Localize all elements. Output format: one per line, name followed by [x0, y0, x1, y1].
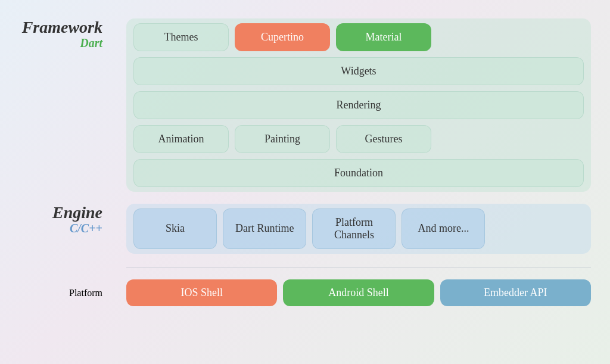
framework-row-2: Widgets — [133, 57, 584, 85]
framework-row-3: Rendering — [133, 91, 584, 119]
framework-section: Framework Dart Themes Cupertino Material… — [19, 13, 591, 198]
platform-title: Platform — [19, 288, 102, 298]
framework-row-5: Foundation — [133, 159, 584, 187]
engine-label: Engine C/C++ — [19, 204, 114, 236]
platform-section: Platform IOS Shell Android Shell Embedde… — [19, 275, 591, 311]
horizontal-divider — [126, 267, 591, 268]
engine-section: Engine C/C++ Skia Dart Runtime Platform … — [19, 198, 591, 260]
framework-title: Framework — [19, 18, 102, 37]
foundation-chip: Foundation — [133, 159, 584, 187]
animation-chip: Animation — [133, 125, 229, 153]
embedder-chip: Embedder API — [440, 279, 591, 306]
and-more-chip: And more... — [402, 209, 485, 249]
ios-chip: IOS Shell — [126, 279, 277, 306]
android-chip: Android Shell — [283, 279, 434, 306]
dart-runtime-chip: Dart Runtime — [223, 209, 306, 249]
platform-content: IOS Shell Android Shell Embedder API — [126, 279, 591, 306]
engine-content: Skia Dart Runtime Platform Channels And … — [126, 204, 591, 254]
gestures-chip: Gestures — [336, 125, 431, 153]
framework-row-1: Themes Cupertino Material — [133, 23, 584, 51]
engine-row: Skia Dart Runtime Platform Channels And … — [133, 209, 584, 249]
framework-subtitle: Dart — [19, 36, 102, 50]
platform-channels-chip: Platform Channels — [312, 209, 396, 249]
painting-chip: Painting — [235, 125, 330, 153]
divider-row — [19, 260, 591, 275]
material-chip: Material — [336, 23, 431, 51]
engine-subtitle: C/C++ — [19, 222, 102, 235]
flutter-architecture-diagram: Framework Dart Themes Cupertino Material… — [19, 13, 591, 352]
framework-row-4: Animation Painting Gestures — [133, 125, 584, 153]
skia-chip: Skia — [133, 209, 217, 249]
cupertino-chip: Cupertino — [235, 23, 330, 51]
framework-label: Framework Dart — [19, 18, 114, 51]
engine-title: Engine — [19, 204, 102, 222]
framework-content: Themes Cupertino Material Widgets Render… — [126, 18, 591, 192]
platform-label: Platform — [19, 288, 114, 298]
themes-chip: Themes — [133, 23, 229, 51]
widgets-chip: Widgets — [133, 57, 584, 85]
rendering-chip: Rendering — [133, 91, 584, 119]
